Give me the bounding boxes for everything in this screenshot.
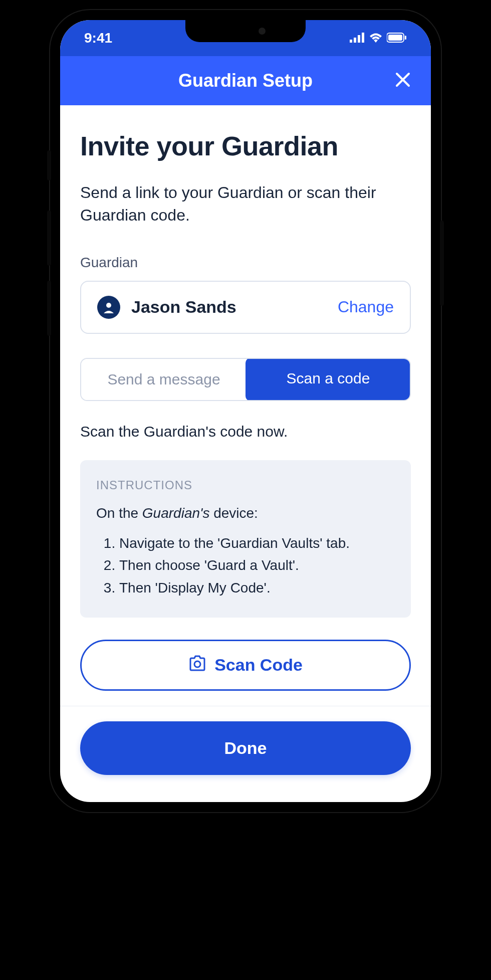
volume-down-button xyxy=(47,281,51,336)
page-subtitle: Send a link to your Guardian or scan the… xyxy=(80,181,411,227)
change-link[interactable]: Change xyxy=(338,298,394,316)
instructions-title: INSTRUCTIONS xyxy=(96,478,395,492)
svg-rect-2 xyxy=(358,35,360,43)
done-button[interactable]: Done xyxy=(80,721,411,775)
nav-bar: Guardian Setup xyxy=(60,56,431,105)
phone-screen: 9:41 Guardian Setup Invite your Guardian xyxy=(60,20,431,802)
segmented-control: Send a message Scan a code xyxy=(80,358,411,401)
close-button[interactable] xyxy=(395,72,411,90)
scan-code-button-label: Scan Code xyxy=(214,655,303,675)
guardian-field-label: Guardian xyxy=(80,255,411,271)
instructions-intro-em: Guardian's xyxy=(142,505,210,521)
instructions-intro-suffix: device: xyxy=(209,505,258,521)
svg-rect-1 xyxy=(354,38,356,43)
svg-rect-6 xyxy=(405,36,406,40)
power-button xyxy=(440,221,444,306)
tab-send-message[interactable]: Send a message xyxy=(81,359,247,400)
tab-scan-code[interactable]: Scan a code xyxy=(246,358,411,401)
notch xyxy=(185,20,306,42)
svg-point-8 xyxy=(194,661,200,667)
footer: Done xyxy=(60,706,431,800)
guardian-card: Jason Sands Change xyxy=(80,281,411,334)
instructions-box: INSTRUCTIONS On the Guardian's device: N… xyxy=(80,460,411,618)
volume-button xyxy=(47,150,51,180)
instruction-step: Navigate to the 'Guardian Vaults' tab. xyxy=(119,532,395,555)
instructions-list: Navigate to the 'Guardian Vaults' tab. T… xyxy=(96,532,395,600)
svg-rect-0 xyxy=(350,40,352,43)
volume-up-button xyxy=(47,211,51,266)
cellular-icon xyxy=(350,30,365,46)
svg-rect-5 xyxy=(388,35,402,41)
phone-frame: 9:41 Guardian Setup Invite your Guardian xyxy=(50,10,441,812)
scan-code-button[interactable]: Scan Code xyxy=(80,640,411,691)
camera-icon xyxy=(188,655,206,675)
avatar-icon xyxy=(97,296,120,319)
instructions-intro-prefix: On the xyxy=(96,505,142,521)
svg-point-7 xyxy=(106,303,111,308)
svg-rect-3 xyxy=(362,33,364,43)
guardian-name: Jason Sands xyxy=(131,297,236,317)
instructions-intro: On the Guardian's device: xyxy=(96,505,395,521)
page-title: Invite your Guardian xyxy=(80,130,411,161)
nav-title: Guardian Setup xyxy=(178,70,313,91)
close-icon xyxy=(395,72,411,88)
battery-icon xyxy=(387,30,407,46)
status-time: 9:41 xyxy=(84,30,112,46)
instruction-step: Then choose 'Guard a Vault'. xyxy=(119,554,395,577)
guardian-info: Jason Sands xyxy=(97,296,236,319)
content: Invite your Guardian Send a link to your… xyxy=(60,105,431,691)
wifi-icon xyxy=(369,30,383,46)
scan-prompt: Scan the Guardian's code now. xyxy=(80,423,411,440)
instruction-step: Then 'Display My Code'. xyxy=(119,577,395,600)
status-icons xyxy=(350,30,407,46)
